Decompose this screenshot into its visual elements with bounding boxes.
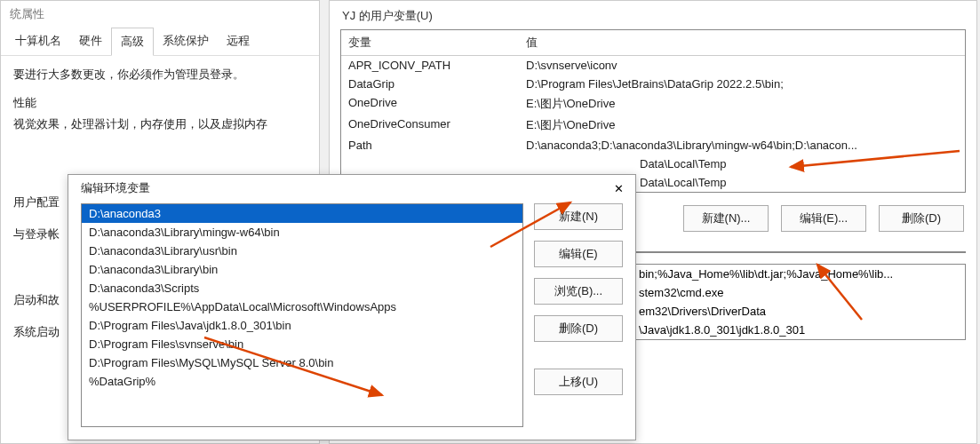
table-row[interactable]: DataGrip D:\Program Files\JetBrains\Data… [341,75,965,93]
var-value: E:\图片\OneDrive [519,93,965,115]
table-row[interactable]: Path D:\anaconda3;D:\anaconda3\Library\m… [341,136,965,155]
tab-advanced[interactable]: 高级 [111,28,154,56]
perf-desc: 视觉效果，处理器计划，内存使用，以及虚拟内存 [13,116,307,132]
delete-button[interactable]: 删除(D) [879,205,964,232]
tabs: 十算机名 硬件 高级 系统保护 远程 [1,28,319,56]
new-button[interactable]: 新建(N)... [683,205,769,232]
var-value: D:\anaconda3;D:\anaconda3\Library\mingw-… [519,136,965,155]
col-value-header[interactable]: 值 [519,30,965,55]
var-value: Data\Local\Temp [633,173,965,192]
var-value: Data\Local\Temp [633,155,965,173]
list-item[interactable]: D:\Program Files\Java\jdk1.8.0_301\bin [82,316,522,335]
list-item[interactable]: D:\anaconda3\Library\bin [82,260,522,279]
tab-hardware[interactable]: 硬件 [70,28,111,55]
edit-path-dialog: 编辑环境变量 ✕ D:\anaconda3 D:\anaconda3\Libra… [68,174,636,440]
col-name-header[interactable]: 变量 [341,30,519,55]
sys-row[interactable]: stem32\cmd.exe [632,283,965,302]
table-row[interactable]: OneDrive E:\图片\OneDrive [341,93,965,115]
window-title: 统属性 [1,1,319,28]
dialog-titlebar: 编辑环境变量 ✕ [68,175,635,203]
moveup-button[interactable]: 上移(U) [534,369,623,395]
table-row[interactable]: Data\Local\Temp [341,155,965,173]
edit-button[interactable]: 编辑(E) [534,241,623,267]
var-name: OneDriveConsumer [341,115,519,136]
path-list[interactable]: D:\anaconda3 D:\anaconda3\Library\mingw-… [81,203,523,427]
user-vars-table: 变量 值 APR_ICONV_PATH D:\svnserve\iconv Da… [340,29,966,193]
sys-row[interactable]: em32\Drivers\DriverData [632,302,965,321]
new-button[interactable]: 新建(N) [534,203,623,230]
sys-row[interactable]: \Java\jdk1.8.0_301\jdk1.8.0_301 [632,321,965,339]
dialog-buttons: 新建(N) 编辑(E) 浏览(B)... 删除(D) 上移(U) [534,203,623,427]
tab-system-protect[interactable]: 系统保护 [154,28,218,55]
table-row[interactable]: APR_ICONV_PATH D:\svnserve\iconv [341,56,965,75]
browse-button[interactable]: 浏览(B)... [534,278,623,305]
system-vars-table [632,251,966,253]
dialog-body: D:\anaconda3 D:\anaconda3\Library\mingw-… [68,203,635,436]
close-icon[interactable]: ✕ [610,180,626,196]
var-name: APR_ICONV_PATH [341,56,519,75]
var-value: D:\Program Files\JetBrains\DataGrip 2022… [519,75,965,93]
list-item[interactable]: D:\Program Files\svnserve\bin [82,335,522,353]
sys-row[interactable]: bin;%Java_Home%\lib\dt.jar;%Java_Home%\l… [632,265,965,283]
admin-hint: 要进行大多数更改，你必须作为管理员登录。 [13,67,307,83]
tab-computer-name[interactable]: 十算机名 [6,28,70,55]
var-name: OneDrive [341,93,519,115]
var-value: D:\svnserve\iconv [519,56,965,75]
var-name: DataGrip [341,75,519,93]
table-row[interactable]: OneDriveConsumer E:\图片\OneDrive [341,115,965,136]
var-value: E:\图片\OneDrive [519,115,965,136]
var-name: Path [341,136,519,155]
list-item[interactable]: D:\anaconda3\Library\usr\bin [82,242,522,260]
user-vars-header: 变量 值 [341,30,965,56]
tab-remote[interactable]: 远程 [218,28,259,55]
delete-button[interactable]: 删除(D) [534,315,623,342]
list-item[interactable]: %USERPROFILE%\AppData\Local\Microsoft\Wi… [82,297,522,316]
list-item[interactable]: %DataGrip% [82,372,522,391]
list-item[interactable]: D:\anaconda3\Library\mingw-w64\bin [82,223,522,242]
user-vars-label: YJ 的用户变量(U) [330,1,976,29]
list-item[interactable]: D:\anaconda3\Scripts [82,279,522,297]
perf-title: 性能 [13,95,307,111]
edit-button[interactable]: 编辑(E)... [781,205,866,232]
list-item[interactable]: D:\anaconda3 [82,204,522,223]
dialog-title: 编辑环境变量 [81,180,150,196]
list-item[interactable]: D:\Program Files\MySQL\MySQL Server 8.0\… [82,353,522,372]
